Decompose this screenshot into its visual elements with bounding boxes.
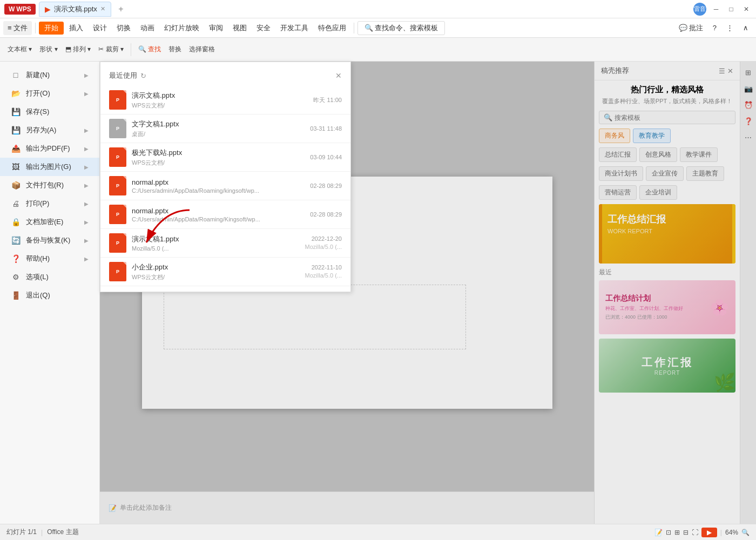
- search-icon: 🔍: [364, 24, 373, 32]
- recent-file-1[interactable]: P 演示文稿.pptx WPS云文档/ 昨天 11:00: [100, 86, 350, 114]
- template2-inner: 工作总结计划 种花、工作室、工作计划、工作做好 已浏览：4000 已使用：100…: [599, 280, 735, 334]
- recent-file-2[interactable]: P 文字文稿1.pptx 桌面/ 03-31 11:48: [100, 114, 350, 143]
- tag-theme-edu[interactable]: 主题教育: [686, 166, 724, 181]
- crop-button[interactable]: ✂ 裁剪 ▾: [95, 43, 127, 56]
- collapse-button[interactable]: ∧: [739, 22, 753, 34]
- arrow-icon: ▶: [84, 164, 89, 170]
- review-tab[interactable]: 审阅: [205, 21, 227, 35]
- template-thumb-3[interactable]: 工作汇报 REPORT 🌿: [599, 339, 735, 393]
- right-icon-5[interactable]: ⋯: [742, 131, 755, 144]
- user-avatar[interactable]: 雷音: [693, 3, 706, 16]
- tab-close-button[interactable]: ✕: [100, 5, 105, 12]
- slide-notes-area[interactable]: 📝 单击此处添加备注: [100, 491, 594, 524]
- insert-tab[interactable]: 插入: [65, 21, 87, 35]
- fullscreen-icon[interactable]: ⛶: [692, 529, 698, 536]
- right-icons-strip: ⊞ 📷 ⏰ ❓ ⋯: [740, 62, 756, 524]
- template-thumb-2[interactable]: 工作总结计划 种花、工作室、工作计划、工作做好 已浏览：4000 已使用：100…: [599, 280, 735, 334]
- status-sep2: |: [720, 529, 722, 536]
- right-icon-3[interactable]: ⏰: [742, 98, 755, 111]
- menu-backup[interactable]: 🔄 备份与恢复(K) ▶: [0, 231, 99, 249]
- comment-icon: 💬: [679, 24, 687, 32]
- main-toolbar: 文本框 ▾ 形状 ▾ ⬒ 排列 ▾ ✂ 裁剪 ▾ 🔍 查找 替换 选择窗格: [0, 38, 756, 62]
- menu-new[interactable]: □ 新建(N) ▶: [0, 66, 99, 84]
- menu-encrypt[interactable]: 🔒 文档加密(E) ▶: [0, 213, 99, 231]
- wps-logo-icon: W: [9, 5, 15, 13]
- animation-tab[interactable]: 动画: [136, 21, 159, 35]
- normal-view-icon[interactable]: ⊡: [666, 529, 671, 536]
- arrow-icon: ▶: [84, 127, 89, 133]
- template-search-box[interactable]: 🔍: [599, 111, 735, 124]
- arrange-button[interactable]: ⬒ 排列 ▾: [62, 43, 94, 56]
- select-window-button[interactable]: 选择窗格: [186, 43, 218, 56]
- grid-view-icon[interactable]: ⊞: [674, 529, 680, 536]
- panel-tabs: ☰ ✕: [719, 67, 733, 75]
- recent-panel-close[interactable]: ✕: [335, 71, 342, 80]
- tag-summary[interactable]: 总结汇报: [599, 147, 637, 162]
- design-tab[interactable]: 设计: [89, 21, 111, 35]
- file-menu-button[interactable]: ≡ ≡ 文件 文件: [3, 21, 32, 35]
- zoom-icon[interactable]: 🔍: [741, 529, 750, 536]
- tag-bizplan[interactable]: 商业计划书: [599, 166, 643, 181]
- menu-export-pdf[interactable]: 📤 输出为PDF(F) ▶: [0, 139, 99, 158]
- menu-help[interactable]: ❓ 帮助(H) ▶: [0, 249, 99, 268]
- recent-file-5[interactable]: P normal.pptx C:/Users/admin/AppData/Roa…: [100, 200, 350, 229]
- tag-courseware[interactable]: 教学课件: [680, 147, 718, 162]
- template-thumb-1[interactable]: 工作总结汇报 WORK REPORT: [599, 204, 735, 264]
- menu-options[interactable]: ⚙ 选项(L): [0, 268, 99, 286]
- menu-package[interactable]: 📦 文件打包(R) ▶: [0, 176, 99, 194]
- right-icon-4[interactable]: ❓: [742, 114, 755, 127]
- tag-marketing[interactable]: 营销运营: [599, 185, 637, 200]
- text-box-button[interactable]: 文本框 ▾: [4, 43, 35, 56]
- slide-count: 幻灯片 1/1: [6, 528, 37, 537]
- recent-file-7[interactable]: P 小企业.pptx WPS云文档/ 2022-11-10Mozilla/5.0…: [100, 258, 350, 286]
- menu-saveas[interactable]: 💾 另存为(A) ▶: [0, 121, 99, 139]
- fit-view-icon[interactable]: ⊟: [683, 529, 688, 536]
- add-tab-button[interactable]: +: [114, 3, 127, 16]
- dev-tab[interactable]: 开发工具: [276, 21, 313, 35]
- recent-file-6[interactable]: P 演示文稿1.pptx Mozilla/5.0 (... 2022-12-20…: [100, 229, 350, 258]
- refresh-icon[interactable]: ↻: [140, 72, 146, 80]
- replace-button[interactable]: 替换: [165, 43, 185, 56]
- recent-section-label: 最近: [599, 268, 735, 277]
- menu-save[interactable]: 💾 保存(S): [0, 103, 99, 121]
- tag-business[interactable]: 商务风: [599, 129, 630, 143]
- wps-logo[interactable]: W WPS: [4, 4, 36, 15]
- right-icon-2[interactable]: 📷: [742, 82, 755, 95]
- slideshow-tab[interactable]: 幻灯片放映: [160, 21, 204, 35]
- close-button[interactable]: ✕: [741, 4, 752, 15]
- active-tab[interactable]: ▶ 演示文稿.pptx ✕: [39, 2, 111, 17]
- minimize-button[interactable]: ─: [711, 4, 721, 15]
- notes-hint-text: 单击此处添加备注: [120, 503, 172, 512]
- menu-export-image[interactable]: 🖼 输出为图片(G) ▶: [0, 158, 99, 176]
- maximize-button[interactable]: □: [726, 4, 737, 15]
- shape-button[interactable]: 形状 ▾: [36, 43, 60, 56]
- start-tab[interactable]: 开始: [39, 22, 64, 35]
- recent-file-3[interactable]: P 极光下载站.pptx WPS云文档/ 03-09 10:44: [100, 143, 350, 172]
- tag-creative[interactable]: 创意风格: [639, 147, 677, 162]
- search-box[interactable]: 🔍 查找命令、搜索模板: [357, 21, 445, 35]
- tree-icon: 🌿: [714, 372, 735, 393]
- right-icon-1[interactable]: ⊞: [742, 66, 755, 79]
- special-tab[interactable]: 特色应用: [314, 21, 350, 35]
- play-button[interactable]: ▶: [701, 528, 717, 537]
- notes-icon[interactable]: 📝: [654, 529, 663, 536]
- security-tab[interactable]: 安全: [252, 21, 275, 35]
- tag-corp-training[interactable]: 企业培训: [639, 185, 677, 200]
- panel-list-icon[interactable]: ☰: [719, 67, 725, 75]
- tag-corp-promo[interactable]: 企业宣传: [646, 166, 684, 181]
- comment-button[interactable]: 💬 批注: [674, 21, 707, 35]
- recent-file-4[interactable]: P normal.pptx C:/Users/admin/AppData/Roa…: [100, 172, 350, 200]
- view-tab[interactable]: 视图: [228, 21, 251, 35]
- menu-exit[interactable]: 🚪 退出(Q): [0, 286, 99, 305]
- menu-open[interactable]: 📂 打开(O) ▶: [0, 84, 99, 103]
- file-path-4: C:/Users/admin/AppData/Roaming/kingsoft/…: [132, 187, 305, 194]
- help-icon: ❓: [11, 254, 21, 263]
- tag-education[interactable]: 教育教学: [633, 129, 671, 143]
- panel-close-icon[interactable]: ✕: [727, 67, 733, 75]
- search-template-input[interactable]: [615, 114, 731, 122]
- transition-tab[interactable]: 切换: [112, 21, 135, 35]
- more-button[interactable]: ⋮: [722, 22, 738, 34]
- menu-print[interactable]: 🖨 打印(P) ▶: [0, 194, 99, 213]
- find-button[interactable]: 🔍 查找: [135, 43, 164, 56]
- help-button[interactable]: ?: [708, 22, 721, 34]
